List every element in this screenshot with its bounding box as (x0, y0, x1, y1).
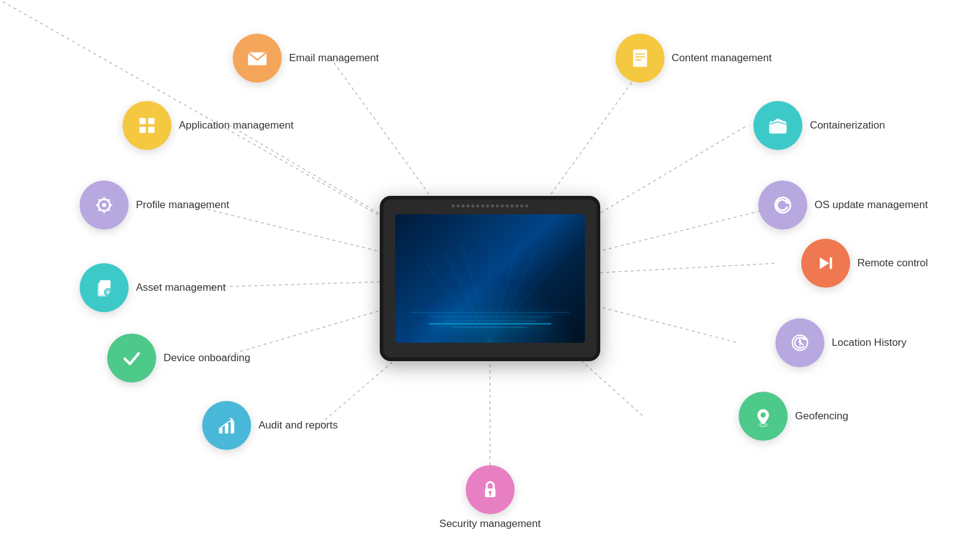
svg-rect-27 (148, 118, 154, 124)
svg-line-38 (111, 295, 113, 297)
geofencing-label: Geofencing (795, 410, 848, 422)
os-icon-circle (758, 181, 807, 230)
email-icon-circle (233, 34, 282, 83)
feature-email: Email management (233, 34, 379, 83)
svg-line-18 (490, 245, 518, 343)
feature-os-update: OS update management (758, 181, 928, 230)
svg-rect-45 (231, 421, 235, 433)
svg-rect-29 (148, 127, 154, 133)
svg-rect-40 (829, 258, 832, 269)
svg-rect-28 (140, 127, 146, 133)
svg-line-16 (462, 245, 490, 343)
svg-line-20 (490, 263, 554, 343)
svg-marker-39 (820, 258, 829, 269)
svg-rect-26 (140, 118, 146, 124)
audit-label: Audit and reports (258, 419, 337, 432)
svg-line-14 (426, 263, 490, 343)
security-label: Security management (439, 518, 540, 530)
container-label: Containerization (810, 119, 885, 132)
asset-icon-circle (80, 263, 129, 312)
profile-label: Profile management (136, 199, 229, 211)
content-label: Content management (672, 52, 772, 64)
feature-security: Security management (439, 465, 540, 530)
security-icon-circle (466, 465, 514, 514)
feature-content: Content management (616, 34, 772, 83)
diagram-container: Email management Content management Appl… (0, 0, 980, 557)
svg-point-31 (102, 203, 107, 207)
feature-asset: Asset management (80, 263, 225, 312)
remote-label: Remote control (858, 257, 928, 269)
feature-profile: Profile management (80, 181, 229, 230)
container-icon-circle (753, 101, 802, 150)
geofencing-icon-circle (739, 392, 788, 441)
feature-geofencing: Geofencing (739, 392, 848, 441)
feature-remote: Remote control (801, 239, 928, 288)
svg-line-15 (444, 251, 490, 343)
svg-point-46 (761, 413, 766, 418)
svg-line-19 (490, 251, 536, 343)
feature-device: Device onboarding (107, 334, 251, 383)
location-label: Location History (832, 337, 907, 349)
email-label: Email management (289, 52, 379, 64)
location-icon-circle (775, 318, 824, 367)
app-icon-circle (123, 101, 172, 150)
feature-containerization: Containerization (753, 101, 885, 150)
tablet-device (380, 196, 600, 361)
feature-audit: Audit and reports (202, 401, 337, 450)
remote-icon-circle (801, 239, 850, 288)
profile-icon-circle (80, 181, 129, 230)
device-icon-circle (107, 334, 156, 383)
content-icon-circle (616, 34, 665, 83)
app-label: Application management (179, 119, 293, 132)
svg-rect-43 (219, 428, 223, 434)
device-label: Device onboarding (164, 352, 251, 364)
os-label: OS update management (815, 199, 928, 211)
svg-rect-22 (633, 50, 647, 67)
feature-location-history: Location History (775, 318, 907, 367)
asset-label: Asset management (136, 282, 225, 294)
audit-icon-circle (202, 401, 251, 450)
feature-app: Application management (123, 101, 293, 150)
svg-rect-44 (225, 424, 228, 433)
